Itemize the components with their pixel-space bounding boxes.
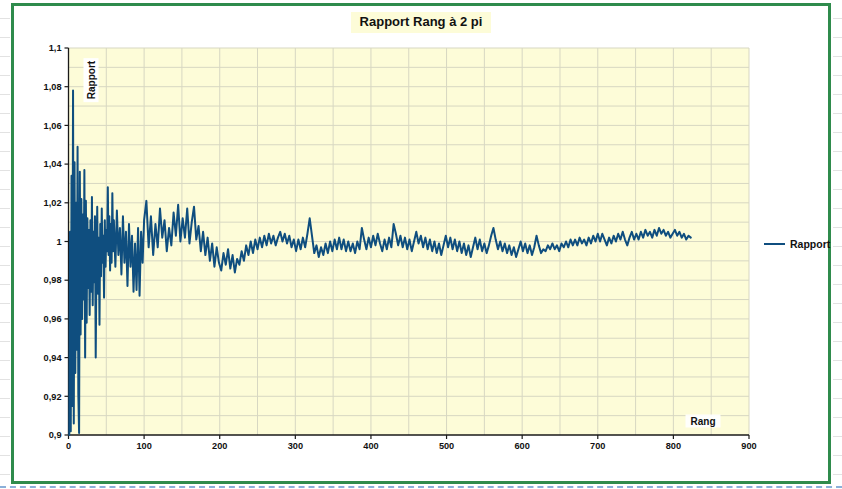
x-tick-label: 500 (439, 441, 454, 451)
x-tick-label: 400 (363, 441, 378, 451)
y-tick-label: 1,1 (49, 43, 62, 53)
legend-line-swatch (764, 243, 785, 245)
y-tick-label: 1,06 (44, 121, 62, 131)
legend[interactable]: Rapport (764, 236, 830, 251)
y-tick-label: 0,9 (49, 430, 62, 440)
y-tick-label: 0,96 (44, 314, 62, 324)
y-tick-label: 0,92 (44, 392, 62, 402)
y-tick-label: 0,98 (44, 275, 62, 285)
y-axis-title: Rapport (84, 58, 99, 102)
x-tick-label: 900 (741, 441, 756, 451)
y-tick-label: 1,02 (44, 198, 62, 208)
x-tick-label: 300 (288, 441, 303, 451)
y-tick-label: 1 (56, 237, 61, 247)
chart-title: Rapport Rang à 2 pi (351, 12, 492, 33)
x-tick-label: 100 (136, 441, 151, 451)
x-axis-title: Rang (686, 415, 721, 428)
chart-title-wrap: Rapport Rang à 2 pi (0, 12, 842, 33)
x-tick-label: 200 (212, 441, 227, 451)
y-tick-label: 1,04 (44, 159, 63, 169)
x-tick-label: 700 (590, 441, 605, 451)
legend-label: Rapport (790, 238, 830, 250)
y-tick-label: 1,08 (44, 82, 62, 92)
x-tick-label: 600 (514, 441, 529, 451)
y-tick-label: 0,94 (44, 353, 63, 363)
x-tick-label: 800 (666, 441, 681, 451)
x-tick-label: 0 (66, 441, 71, 451)
